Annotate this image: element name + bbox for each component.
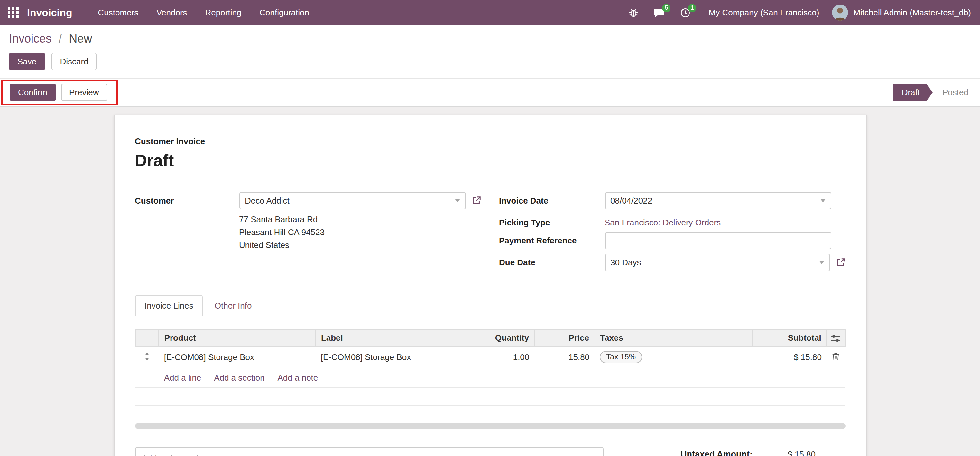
user-menu[interactable]: Mitchell Admin (Master-test_db) [853, 8, 971, 18]
drag-handle-icon[interactable] [135, 346, 159, 368]
activities-badge: 1 [688, 3, 697, 12]
label-column-header: Label [316, 330, 474, 346]
menu-configuration[interactable]: Configuration [250, 0, 318, 25]
debug-bug-icon[interactable] [629, 8, 639, 18]
line-price-cell[interactable]: 15.80 [535, 346, 595, 368]
handle-column-header [135, 330, 159, 346]
untaxed-amount-value: $ 15.80 [788, 450, 816, 456]
tab-other-info[interactable]: Other Info [205, 296, 261, 316]
field-grid: Customer Deco Addict [135, 192, 845, 276]
menu-customers[interactable]: Customers [89, 0, 147, 25]
internal-note-input[interactable] [135, 447, 603, 456]
menu-vendors[interactable]: Vendors [147, 0, 196, 25]
breadcrumb-separator: / [59, 32, 62, 45]
untaxed-amount-row: Untaxed Amount: $ 15.80 [681, 450, 816, 456]
document-type-label: Customer Invoice [135, 137, 845, 146]
line-taxes-cell: Tax 15% [595, 346, 752, 368]
line-subtotal-cell: $ 15.80 [752, 346, 827, 368]
messages-icon[interactable]: 5 [654, 7, 665, 18]
invoice-state-title: Draft [135, 151, 845, 171]
menu-reporting[interactable]: Reporting [196, 0, 251, 25]
messages-badge: 5 [662, 3, 671, 12]
top-menu-bar: Customers Vendors Reporting Configuratio… [89, 0, 318, 25]
invoice-lines-table: Product Label Quantity Price Taxes Subto… [135, 329, 845, 406]
content-area: Customer Invoice Draft Customer Deco Add… [0, 107, 980, 456]
breadcrumb-invoices-link[interactable]: Invoices [9, 32, 51, 45]
company-switcher[interactable]: My Company (San Francisco) [709, 8, 819, 18]
notebook-tabs: Invoice Lines Other Info [135, 295, 845, 316]
annotation-highlight: Confirm Preview [1, 80, 118, 105]
bottom-section: Untaxed Amount: $ 15.80 Tax 15% [135, 447, 845, 456]
payment-reference-label: Payment Reference [499, 232, 605, 246]
breadcrumb: Invoices / New [9, 32, 971, 46]
due-date-label: Due Date [499, 254, 605, 267]
page: Invoicing Customers Vendors Reporting Co… [0, 0, 980, 456]
field-column-right: Invoice Date 08/04/2022 Picking Type San… [499, 192, 845, 276]
invoice-date-field[interactable]: 08/04/2022 [605, 192, 831, 209]
statusbar-row: Confirm Preview Draft Posted [0, 78, 980, 107]
customer-value: Deco Addict [245, 196, 290, 206]
invoice-date-row: Invoice Date 08/04/2022 [499, 192, 845, 209]
save-button[interactable]: Save [9, 53, 45, 70]
topbar: Invoicing Customers Vendors Reporting Co… [0, 0, 980, 25]
apps-grid-icon[interactable] [8, 7, 19, 18]
preview-button[interactable]: Preview [61, 84, 107, 101]
table-header-row: Product Label Quantity Price Taxes Subto… [135, 330, 845, 346]
control-panel: Invoices / New Save Discard [0, 25, 980, 78]
empty-table-row [135, 387, 845, 405]
status-posted[interactable]: Posted [933, 84, 971, 101]
confirm-button[interactable]: Confirm [10, 84, 56, 101]
due-date-external-link-icon[interactable] [835, 258, 845, 267]
invoice-date-value: 08/04/2022 [610, 196, 652, 206]
field-column-left: Customer Deco Addict [135, 192, 481, 276]
invoice-line-row: [E-COM08] Storage Box [E-COM08] Storage … [135, 346, 845, 368]
due-date-row: Due Date 30 Days [499, 254, 845, 271]
user-avatar[interactable] [832, 5, 848, 21]
address-city: Pleasant Hill CA 94523 [239, 226, 481, 239]
due-date-select[interactable]: 30 Days [605, 254, 830, 271]
totals-panel: Untaxed Amount: $ 15.80 Tax 15% [681, 450, 816, 456]
customer-field-row: Customer Deco Addict [135, 192, 481, 252]
customer-select[interactable]: Deco Addict [239, 192, 466, 209]
chevron-down-icon [820, 199, 825, 202]
payment-reference-row: Payment Reference [499, 232, 845, 249]
product-column-header: Product [159, 330, 316, 346]
tax-tag[interactable]: Tax 15% [600, 351, 642, 363]
add-a-note-link[interactable]: Add a note [278, 373, 318, 383]
taxes-column-header: Taxes [595, 330, 752, 346]
add-links-row: Add a line Add a section Add a note [135, 368, 845, 387]
customer-label: Customer [135, 192, 239, 206]
activities-clock-icon[interactable]: 1 [681, 7, 691, 18]
add-a-section-link[interactable]: Add a section [214, 373, 265, 383]
breadcrumb-current: New [69, 32, 92, 45]
customer-external-link-icon[interactable] [471, 196, 481, 206]
topbar-right: 5 1 My Company (San Francisco) Mitchell … [629, 5, 971, 21]
invoice-date-label: Invoice Date [499, 192, 605, 206]
status-draft[interactable]: Draft [894, 84, 933, 101]
picking-type-label: Picking Type [499, 214, 605, 227]
picking-type-link[interactable]: San Francisco: Delivery Orders [605, 214, 845, 227]
delete-line-icon[interactable] [832, 352, 840, 361]
quantity-column-header: Quantity [474, 330, 535, 346]
price-column-header: Price [535, 330, 595, 346]
tab-invoice-lines[interactable]: Invoice Lines [135, 295, 203, 316]
line-product-cell[interactable]: [E-COM08] Storage Box [159, 346, 316, 368]
due-date-value: 30 Days [610, 258, 641, 267]
address-country: United States [239, 239, 481, 252]
line-quantity-cell[interactable]: 1.00 [474, 346, 535, 368]
payment-reference-input[interactable] [605, 232, 831, 249]
customer-address: 77 Santa Barbara Rd Pleasant Hill CA 945… [239, 213, 481, 252]
address-street: 77 Santa Barbara Rd [239, 213, 481, 226]
discard-button[interactable]: Discard [52, 53, 97, 70]
picking-type-row: Picking Type San Francisco: Delivery Ord… [499, 214, 845, 227]
chevron-down-icon [455, 199, 460, 202]
statusbar: Draft Posted [894, 84, 971, 101]
chevron-down-icon [819, 261, 824, 264]
app-name[interactable]: Invoicing [27, 7, 72, 18]
add-a-line-link[interactable]: Add a line [164, 373, 201, 383]
subtotal-column-header: Subtotal [752, 330, 827, 346]
optional-columns-icon[interactable] [831, 334, 841, 343]
line-label-cell[interactable]: [E-COM08] Storage Box [316, 346, 474, 368]
control-panel-buttons: Save Discard [9, 53, 971, 70]
horizontal-scrollbar[interactable] [135, 423, 845, 429]
